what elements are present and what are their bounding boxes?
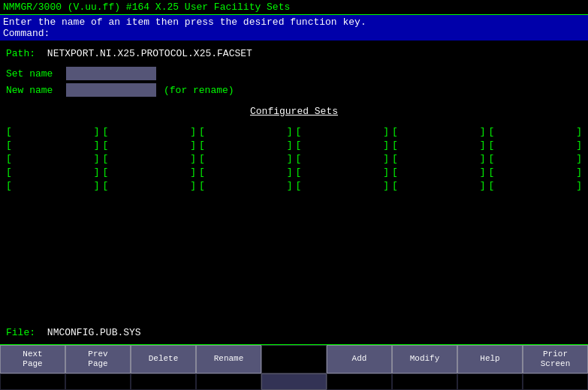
screen: NMMGR/3000 (V.uu.ff) #164 X.25 User Faci… [0,0,588,390]
list-item: [] [296,124,390,138]
list-item: [] [6,124,100,138]
list-item: [] [199,178,293,192]
set-column-1: [] [] [] [] [] [6,124,100,320]
list-item: [] [392,165,486,178]
list-item: [] [199,124,293,138]
list-item: [] [489,138,583,152]
list-item: [] [296,165,390,178]
info-bar: Enter the name of an item then press the… [0,15,588,40]
list-item: [] [392,152,486,165]
fkey-row-2 [0,374,588,390]
list-item: [] [199,152,293,165]
set-name-row: Set name [6,67,582,80]
fkey-bar: NextPage PrevPage Delete Rename Add Modi… [0,344,588,390]
fkey-prior-screen[interactable]: PriorScreen [523,345,588,374]
set-name-label: Set name [6,68,66,80]
fkey-empty-1 [261,345,327,374]
set-column-6: [] [] [] [] [] [489,124,583,320]
fkey-row2-3 [131,374,196,390]
fkey-rename[interactable]: Rename [196,345,261,374]
fkey-row2-1 [0,374,65,390]
file-line: File: NMCONFIG.PUB.SYS [6,327,582,338]
command-label: Command: [3,28,50,39]
set-column-5: [] [] [] [] [] [392,124,486,320]
path-label: Path: [6,48,35,59]
fkey-modify[interactable]: Modify [392,345,457,374]
file-label: File: [6,327,35,338]
list-item: [] [103,138,197,152]
set-column-4: [] [] [] [] [] [296,124,390,320]
fkey-help[interactable]: Help [457,345,523,374]
list-item: [] [199,138,293,152]
file-value: NMCONFIG.PUB.SYS [47,327,141,338]
list-item: [] [489,124,583,138]
list-item: [] [489,165,583,178]
new-name-row: New name (for rename) [6,83,582,97]
list-item: [] [6,165,100,178]
list-item: [] [296,138,390,152]
fkey-row2-2 [65,374,131,390]
fkey-row2-9 [523,374,588,390]
info-line1: Enter the name of an item then press the… [3,16,585,28]
list-item: [] [103,124,197,138]
rename-hint: (for rename) [164,85,234,96]
fkey-add[interactable]: Add [327,345,392,374]
list-item: [] [489,152,583,165]
list-item: [] [199,165,293,178]
list-item: [] [6,178,100,192]
title-text: NMMGR/3000 (V.uu.ff) #164 X.25 User Faci… [3,2,290,13]
fkey-row2-7 [392,374,457,390]
path-line: Path: NETXPORT.NI.X25.PROTOCOL.X25.FACSE… [6,48,582,59]
list-item: [] [6,152,100,165]
list-item: [] [392,178,486,192]
fkey-row2-8 [457,374,523,390]
fkey-delete[interactable]: Delete [131,345,196,374]
fkey-next-page[interactable]: NextPage [0,345,65,374]
sets-grid: [] [] [] [] [] [] [] [] [] [] [] [] [] [… [6,124,582,320]
new-name-input[interactable] [66,83,156,97]
list-item: [] [392,138,486,152]
fkey-row2-6 [327,374,392,390]
title-bar: NMMGR/3000 (V.uu.ff) #164 X.25 User Faci… [0,0,588,15]
fkey-row2-4 [196,374,261,390]
list-item: [] [103,178,197,192]
list-item: [] [392,124,486,138]
set-column-2: [] [] [] [] [] [103,124,197,320]
list-item: [] [296,178,390,192]
list-item: [] [296,152,390,165]
list-item: [] [103,165,197,178]
new-name-label: New name [6,85,66,96]
configured-sets-title: Configured Sets [6,106,582,117]
set-column-3: [] [] [] [] [] [199,124,293,320]
list-item: [] [489,178,583,192]
fkey-prev-page[interactable]: PrevPage [65,345,131,374]
fkey-row-1: NextPage PrevPage Delete Rename Add Modi… [0,345,588,374]
list-item: [] [6,138,100,152]
set-name-input[interactable] [66,67,156,80]
fkey-row2-5 [261,374,327,390]
main-content: Path: NETXPORT.NI.X25.PROTOCOL.X25.FACSE… [0,40,588,344]
command-line: Command: [3,28,585,39]
list-item: [] [103,152,197,165]
path-value: NETXPORT.NI.X25.PROTOCOL.X25.FACSET [47,48,252,59]
